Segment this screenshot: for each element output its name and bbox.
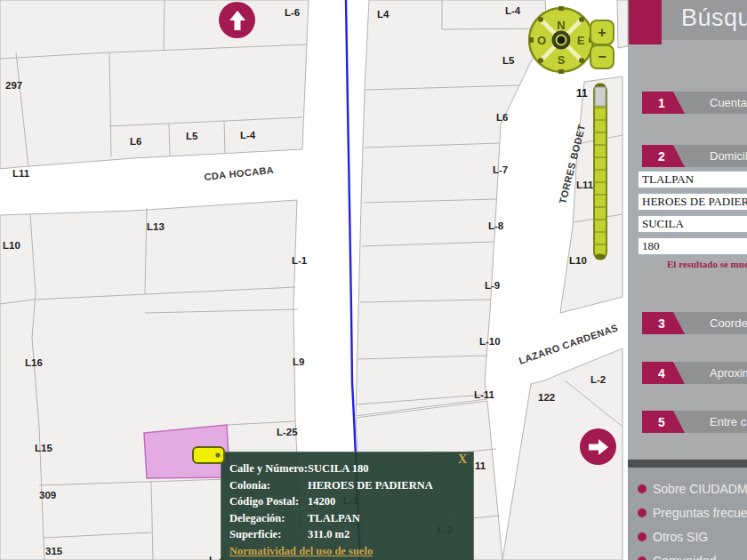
result-note: El resultado se muestra en el mapa bbox=[667, 259, 747, 269]
step-number-badge: 3 bbox=[642, 312, 685, 334]
popup-row: Código Postal: 14200 bbox=[229, 493, 466, 510]
step-label: Entre calles bbox=[710, 415, 747, 428]
map-canvas[interactable]: L-6 L4 L-4 L5 297 L6 L5 L-4 L11 L6 L-7 L… bbox=[0, 0, 628, 560]
plus-icon: + bbox=[598, 25, 606, 40]
parcel-label: L5 bbox=[186, 131, 198, 141]
arrow-up-icon bbox=[228, 10, 247, 31]
step-aproximada[interactable]: 4 Aproximada bbox=[642, 362, 747, 384]
footer-link-label: Sobre CIUDADMX bbox=[653, 482, 747, 496]
bullet-icon bbox=[638, 508, 647, 517]
street-label-cda-hocaba: CDA HOCABA bbox=[204, 164, 275, 182]
parcel-label: L-10 bbox=[479, 336, 501, 347]
parcel-label: L-2 bbox=[590, 374, 606, 385]
popup-label: Calle y Número: bbox=[229, 460, 308, 477]
parcel-label: 315 bbox=[45, 546, 63, 556]
compass-west: O bbox=[537, 34, 546, 47]
parcel-label: L15 bbox=[35, 443, 52, 453]
parcel-label: L-25 bbox=[277, 427, 298, 437]
parcel-label: L11 bbox=[12, 168, 30, 179]
sidebar-divider bbox=[628, 460, 747, 468]
normatividad-link[interactable]: Normatividad del uso de suelo bbox=[229, 545, 373, 558]
compass-south: S bbox=[558, 53, 566, 67]
parcel-info-popup: X Calle y Número: SUCILA 180 Colonia: HE… bbox=[221, 452, 474, 560]
ciudadmx-app: L-6 L4 L-4 L5 297 L6 L5 L-4 L11 L6 L-7 L… bbox=[0, 0, 747, 560]
popup-row: Calle y Número: SUCILA 180 bbox=[229, 460, 466, 477]
popup-close-icon[interactable]: X bbox=[458, 452, 467, 467]
bullet-icon bbox=[638, 556, 647, 560]
parcel-label: L9 bbox=[293, 356, 304, 367]
pan-right-button[interactable] bbox=[580, 428, 616, 465]
popup-label: Superficie: bbox=[229, 526, 308, 543]
popup-value: 311.0 m2 bbox=[308, 526, 466, 543]
step-label: Domicilio bbox=[710, 149, 747, 163]
popup-label: Código Postal: bbox=[229, 493, 308, 510]
calle-input[interactable] bbox=[638, 215, 747, 233]
footer-link-label: Comunidad bbox=[653, 554, 717, 560]
parcel-label: L6 bbox=[496, 112, 508, 123]
compass-hub-center bbox=[557, 36, 566, 45]
parcel-label: 122 bbox=[538, 392, 555, 403]
step-number-badge: 5 bbox=[642, 411, 685, 433]
footer-link-sobre[interactable]: Sobre CIUDADMX bbox=[638, 480, 747, 498]
parcel-label: L6 bbox=[130, 136, 141, 147]
bullet-icon bbox=[638, 484, 647, 493]
slider-bottom-cap bbox=[595, 254, 606, 260]
step-number-badge: 1 bbox=[642, 92, 685, 114]
parcel-label: 309 bbox=[39, 490, 56, 500]
footer-link-comunidad[interactable]: Comunidad bbox=[638, 552, 747, 560]
parcel-label: 11 bbox=[475, 460, 486, 471]
compass-east: E bbox=[577, 34, 585, 47]
pan-up-button[interactable] bbox=[219, 2, 255, 38]
footer-link-label: Preguntas frecuentes bbox=[653, 506, 747, 520]
zoom-slider[interactable]: 11 bbox=[573, 80, 612, 265]
result-tag-marker[interactable] bbox=[191, 445, 227, 465]
footer-link-preguntas[interactable]: Preguntas frecuentes bbox=[638, 504, 747, 522]
zoom-slider-handle[interactable] bbox=[595, 87, 606, 106]
parcel-label: L5 bbox=[502, 55, 515, 66]
compass-rose[interactable]: N S E O bbox=[528, 2, 598, 80]
delegacion-input[interactable] bbox=[638, 171, 747, 188]
step-domicilio[interactable]: 2 Domicilio bbox=[642, 145, 747, 167]
step-entre-calles[interactable]: 5 Entre calles bbox=[642, 411, 747, 433]
sidebar-title: Búsqueda bbox=[681, 4, 747, 32]
popup-value: HEROES DE PADIERNA bbox=[308, 477, 466, 494]
step-coordenadas[interactable]: 3 Coordenadas bbox=[642, 312, 747, 334]
parcel-label: L-4 bbox=[240, 130, 256, 140]
parcel-label: L-11 bbox=[474, 389, 495, 400]
popup-row: Delegación: TLALPAN bbox=[229, 510, 466, 527]
parcel-label: L13 bbox=[147, 221, 165, 232]
sidebar-accent-block bbox=[629, 0, 662, 44]
parcel-label: L-7 bbox=[493, 164, 508, 175]
popup-label: Delegación: bbox=[229, 510, 308, 527]
zoom-out-button[interactable]: − bbox=[590, 45, 614, 68]
parcel-label: L-4 bbox=[505, 5, 521, 16]
parcel-label: L16 bbox=[25, 357, 43, 368]
sidebar-footer: Sobre CIUDADMX Preguntas frecuentes Otro… bbox=[628, 468, 747, 560]
numero-input[interactable] bbox=[638, 237, 747, 255]
step-number-badge: 2 bbox=[642, 145, 685, 167]
step-cuenta[interactable]: 1 Cuenta bbox=[642, 92, 747, 114]
step-number-badge: 4 bbox=[642, 362, 685, 384]
colonia-input[interactable] bbox=[638, 193, 747, 211]
parcel-label: 297 bbox=[5, 80, 22, 91]
step-label: Cuenta bbox=[710, 96, 747, 109]
zoom-in-button[interactable]: + bbox=[590, 20, 614, 44]
parcel-label: L-6 bbox=[285, 7, 300, 18]
parcel-label: L-8 bbox=[488, 220, 504, 231]
footer-link-label: Otros SIG bbox=[653, 530, 708, 544]
parcel-label: L4 bbox=[377, 9, 390, 20]
search-sidebar: Búsqueda 1 Cuenta 2 Domicilio El resulta… bbox=[628, 0, 747, 560]
step-label: Coordenadas bbox=[710, 316, 747, 330]
popup-row: Superficie: 311.0 m2 bbox=[229, 526, 466, 543]
popup-value: SUCILA 180 bbox=[308, 460, 466, 477]
compass-north: N bbox=[557, 19, 565, 32]
footer-link-otros-sig[interactable]: Otros SIG bbox=[638, 528, 747, 546]
zoom-level-value: 11 bbox=[576, 87, 588, 100]
popup-value: 14200 bbox=[308, 493, 466, 510]
arrow-right-icon bbox=[588, 437, 609, 457]
popup-row: Colonia: HEROES DE PADIERNA bbox=[229, 477, 466, 494]
tag-hole bbox=[215, 452, 220, 457]
parcel-label: L-9 bbox=[485, 280, 500, 291]
popup-label: Colonia: bbox=[229, 477, 308, 494]
parcel-label: L-1 bbox=[292, 255, 308, 266]
